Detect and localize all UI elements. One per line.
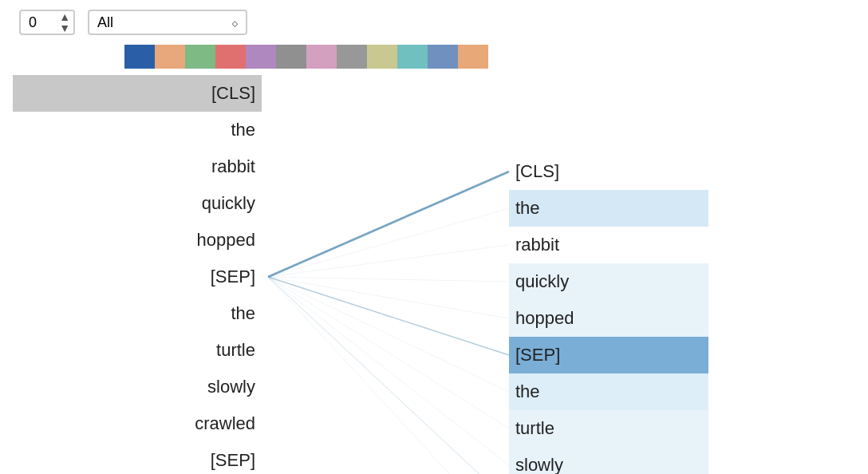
left-token-2: rabbit: [13, 148, 262, 185]
swatch-8[interactable]: [367, 45, 397, 69]
left-token-9: crawled: [13, 405, 262, 442]
left-token-6: the: [13, 295, 262, 332]
svg-line-11: [268, 277, 509, 474]
svg-line-8: [268, 277, 509, 429]
right-token-6: the: [509, 373, 708, 410]
svg-line-0: [268, 277, 509, 355]
svg-line-10: [268, 277, 509, 474]
left-token-10: [SEP]: [13, 442, 262, 474]
swatch-0[interactable]: [124, 45, 155, 69]
svg-line-3: [268, 245, 509, 277]
right-token-2: rabbit: [509, 227, 708, 263]
svg-line-4: [268, 277, 509, 282]
right-token-4: hopped: [509, 300, 708, 337]
attention-select[interactable]: All Head 1 Head 2: [88, 10, 247, 35]
left-token-list: [CLS]therabbitquicklyhopped[SEP]theturtl…: [13, 75, 268, 474]
left-token-7: turtle: [13, 332, 262, 369]
swatch-9[interactable]: [397, 45, 428, 69]
left-token-8: slowly: [13, 369, 262, 405]
svg-line-5: [268, 277, 509, 318]
svg-line-1: [268, 172, 509, 277]
swatch-2[interactable]: [185, 45, 215, 69]
swatch-7[interactable]: [337, 45, 367, 69]
svg-line-9: [268, 277, 509, 465]
right-token-3: quickly: [509, 263, 708, 300]
attention-select-wrapper: All Head 1 Head 2 ⬦: [88, 10, 247, 35]
left-token-0: [CLS]: [13, 75, 262, 112]
right-token-1: the: [509, 190, 708, 227]
svg-line-6: [268, 277, 509, 355]
left-token-5: [SEP]: [13, 259, 262, 295]
controls-bar: 0 1 2 ▲ ▼ All Head 1 Head 2 ⬦: [0, 0, 868, 45]
right-token-5: [SEP]: [509, 337, 708, 373]
svg-line-7: [268, 277, 509, 392]
swatch-1[interactable]: [155, 45, 185, 69]
swatch-4[interactable]: [246, 45, 276, 69]
right-token-0: [CLS]: [509, 153, 708, 190]
layer-select-wrapper: 0 1 2 ▲ ▼: [19, 10, 75, 35]
right-token-8: slowly: [509, 447, 708, 474]
color-swatches: [112, 45, 868, 69]
swatch-3[interactable]: [215, 45, 246, 69]
swatch-5[interactable]: [276, 45, 306, 69]
attention-visualization: [CLS]therabbitquicklyhopped[SEP]theturtl…: [0, 75, 868, 474]
left-token-4: hopped: [13, 222, 262, 259]
left-token-1: the: [13, 112, 262, 148]
layer-select[interactable]: 0 1 2: [19, 10, 75, 35]
swatch-6[interactable]: [306, 45, 337, 69]
swatch-10[interactable]: [428, 45, 458, 69]
swatch-11[interactable]: [458, 45, 488, 69]
left-token-3: quickly: [13, 185, 262, 222]
svg-line-2: [268, 208, 509, 277]
right-token-7: turtle: [509, 410, 708, 447]
right-token-list: [CLS]therabbitquicklyhopped[SEP]theturtl…: [509, 153, 708, 474]
